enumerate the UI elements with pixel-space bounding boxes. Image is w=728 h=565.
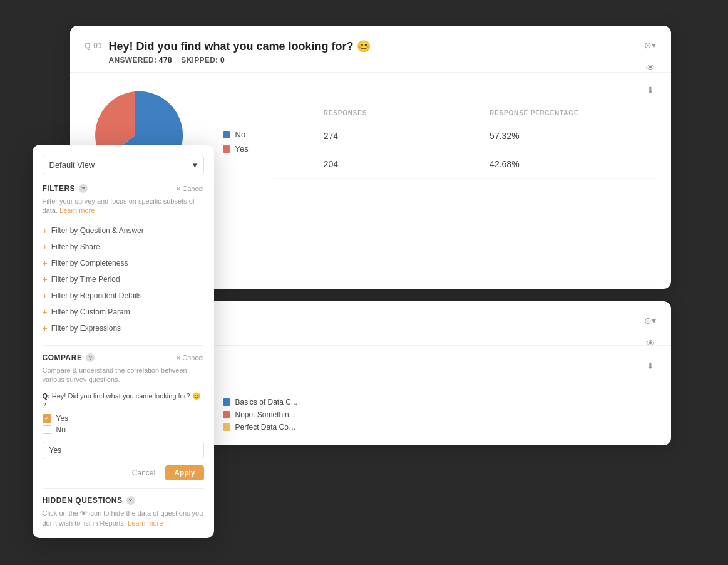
plus-icon: +: [43, 274, 48, 284]
col-header-response: [274, 110, 324, 117]
eye-icon-2[interactable]: 👁: [642, 335, 659, 351]
view-dropdown-label: Default View: [49, 160, 95, 170]
response-table: RESPONSES RESPONSE PERCENTAGE 274 57.32%…: [274, 105, 656, 179]
chevron-down-icon: ▾: [193, 160, 197, 170]
compare-section: COMPARE ? × Cancel Compare & understand …: [43, 353, 204, 481]
col-header-percentage: RESPONSE PERCENTAGE: [490, 110, 655, 117]
legend-dot-3: [223, 423, 230, 431]
hidden-help-icon[interactable]: ?: [126, 496, 135, 505]
compare-cancel-button[interactable]: Cancel: [127, 465, 160, 480]
legend-item-yes: Yes: [223, 144, 249, 153]
person-icon-2[interactable]: ⊙▾: [642, 313, 659, 329]
legend-label-3: Perfect Data Coll...: [235, 423, 298, 432]
divider-1: [43, 345, 204, 346]
filter-list: + Filter by Question & Answer + Filter b…: [43, 222, 204, 336]
pie-legend-1: No Yes: [223, 130, 249, 153]
q-label: Q 01: [85, 41, 103, 50]
person-icon[interactable]: ⊙▾: [642, 37, 659, 53]
table-header: RESPONSES RESPONSE PERCENTAGE: [274, 105, 656, 122]
checkbox-yes[interactable]: Yes: [43, 414, 204, 423]
plus-icon: +: [43, 225, 48, 236]
checkbox-yes-box[interactable]: [43, 414, 51, 423]
legend-label-no: No: [235, 130, 246, 139]
hidden-description: Click on the 👁 icon to hide the data of …: [43, 509, 204, 528]
filters-cancel-btn[interactable]: × Cancel: [177, 185, 204, 192]
legend-label-2: Nope. Somethin...: [235, 410, 295, 419]
view-dropdown[interactable]: Default View ▾: [43, 155, 204, 175]
compare-text-input[interactable]: [43, 442, 204, 459]
filters-description: Filter your survey and focus on specific…: [43, 197, 204, 216]
filters-help-icon[interactable]: ?: [79, 184, 88, 193]
compare-apply-button[interactable]: Apply: [165, 465, 203, 480]
legend-dot-no: [223, 131, 230, 138]
legend-item-no: No: [223, 130, 249, 139]
row-label-yes: [274, 159, 324, 169]
compare-description: Compare & understand the correlation bet…: [43, 366, 204, 385]
compare-actions: Cancel Apply: [43, 465, 204, 480]
hidden-learn-more[interactable]: Learn more: [128, 519, 163, 527]
download-icon[interactable]: ⬇: [642, 82, 659, 98]
col-header-responses: RESPONSES: [324, 110, 490, 117]
legend-item-1: Basics of Data C...: [223, 398, 298, 407]
card-1-header: Q 01 Hey! Did you find what you came loo…: [70, 26, 671, 73]
row-percentage-yes: 42.68%: [490, 159, 655, 169]
pie-legend-2: Basics of Data C... Nope. Somethin... Pe…: [223, 398, 298, 432]
row-responses-yes: 204: [324, 159, 490, 169]
checkbox-no-box[interactable]: [43, 425, 51, 434]
compare-cancel-btn[interactable]: × Cancel: [177, 354, 204, 361]
legend-dot-yes: [223, 145, 230, 153]
legend-item-2: Nope. Somethin...: [223, 410, 298, 419]
download-icon-2[interactable]: ⬇: [642, 358, 659, 374]
filters-learn-more[interactable]: Learn more: [59, 207, 95, 214]
filter-item-respondent[interactable]: + Filter by Repondent Details: [43, 288, 204, 304]
eye-icon[interactable]: 👁: [642, 60, 659, 76]
filters-title: FILTERS ?: [43, 184, 88, 193]
plus-icon: +: [43, 258, 48, 268]
compare-help-icon[interactable]: ?: [86, 353, 95, 362]
legend-label-yes: Yes: [235, 144, 249, 153]
row-label-no: [274, 131, 324, 141]
sidebar-panel: Default View ▾ FILTERS ? × Cancel Filter…: [33, 145, 214, 538]
divider-2: [43, 488, 204, 489]
checkbox-yes-label: Yes: [56, 414, 69, 423]
compare-question: Q: Hey! Did you find what you came looki…: [43, 391, 204, 411]
legend-dot-1: [223, 398, 230, 406]
table-row: 204 42.68%: [274, 150, 656, 179]
card-1-subtitle: ANSWERED: 478 SKIPPED: 0: [109, 56, 371, 65]
filters-section: FILTERS ? × Cancel Filter your survey an…: [43, 184, 204, 336]
plus-icon: +: [43, 291, 48, 301]
header-icons: ⊙▾ 👁 ⬇: [642, 37, 659, 98]
filter-item-expressions[interactable]: + Filter by Expressions: [43, 320, 204, 336]
table-row: 274 57.32%: [274, 122, 656, 150]
header-icons-2: ⊙▾ 👁 ⬇: [642, 313, 659, 374]
checkbox-no-label: No: [56, 425, 66, 434]
row-responses-no: 274: [324, 131, 490, 141]
filter-item-time[interactable]: + Filter by Time Period: [43, 271, 204, 288]
hidden-questions-title: HIDDEN QUESTIONS ?: [43, 496, 204, 505]
card-1-title: Hey! Did you find what you came looking …: [109, 39, 371, 53]
plus-icon: +: [43, 323, 48, 333]
checkbox-no[interactable]: No: [43, 425, 204, 434]
row-percentage-no: 57.32%: [490, 131, 655, 141]
legend-item-3: Perfect Data Coll...: [223, 423, 298, 432]
plus-icon: +: [43, 242, 48, 252]
legend-label-1: Basics of Data C...: [235, 398, 297, 407]
hidden-questions-section: HIDDEN QUESTIONS ? Click on the 👁 icon t…: [43, 496, 204, 528]
filter-item-completeness[interactable]: + Filter by Completeness: [43, 255, 204, 271]
legend-dot-2: [223, 411, 230, 418]
filter-item-qa[interactable]: + Filter by Question & Answer: [43, 222, 204, 239]
filter-item-share[interactable]: + Filter by Share: [43, 239, 204, 255]
compare-title: COMPARE ?: [43, 353, 95, 362]
filters-header: FILTERS ? × Cancel: [43, 184, 204, 193]
compare-header: COMPARE ? × Cancel: [43, 353, 204, 362]
filter-item-custom[interactable]: + Filter by Custom Param: [43, 304, 204, 320]
plus-icon: +: [43, 307, 48, 317]
